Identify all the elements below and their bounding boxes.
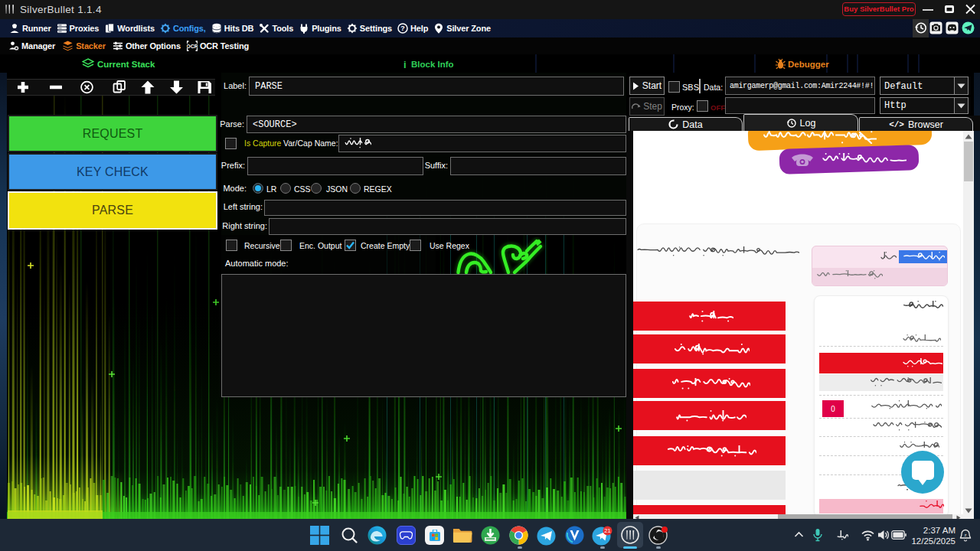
svg-text:OCR: OCR xyxy=(187,44,198,49)
svg-text:21: 21 xyxy=(604,527,610,534)
svg-text:z: z xyxy=(965,533,967,537)
svg-text:?: ? xyxy=(400,24,405,32)
